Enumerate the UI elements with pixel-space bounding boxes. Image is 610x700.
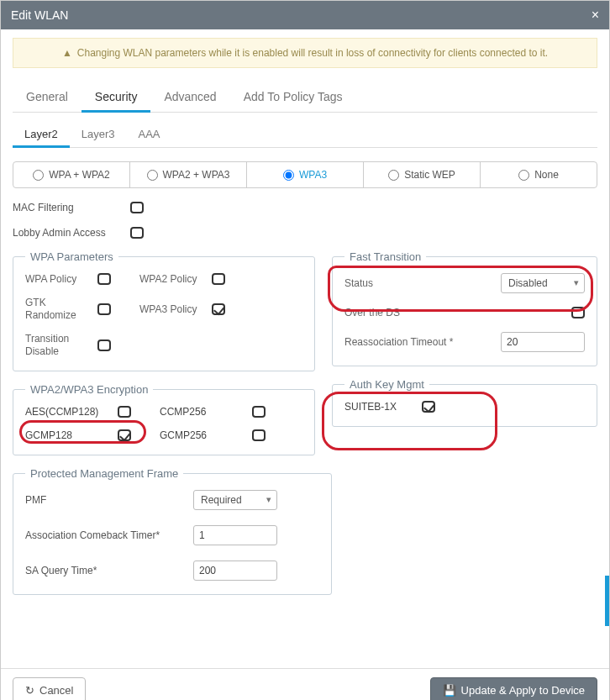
mode-wpa2-wpa3[interactable]: WPA2 + WPA3 <box>130 162 247 187</box>
mac-filtering-label: MAC Filtering <box>13 202 130 213</box>
dialog-footer: ↻ Cancel 💾 Update & Apply to Device <box>1 668 609 700</box>
security-subtabs: Layer2 Layer3 AAA <box>13 123 597 148</box>
undo-icon: ↻ <box>25 684 34 697</box>
wpa2-policy-label: WPA2 Policy <box>139 273 203 285</box>
reassoc-timeout-label: Reassociation Timeout * <box>344 336 453 348</box>
reassoc-timeout-input[interactable] <box>501 332 585 352</box>
subtab-layer2[interactable]: Layer2 <box>13 123 70 148</box>
encryption-legend: WPA2/WPA3 Encryption <box>25 383 153 396</box>
mac-filtering-row: MAC Filtering <box>13 202 597 213</box>
warning-banner: ▲Changing WLAN parameters while it is en… <box>13 38 597 68</box>
fast-transition-fieldset: Fast Transition Status Disabled Over the… <box>332 250 597 366</box>
tab-advanced[interactable]: Advanced <box>150 83 229 112</box>
gcmp256-label: GCMP256 <box>160 429 244 441</box>
wpa-parameters-fieldset: WPA Parameters WPA Policy WPA2 Policy GT… <box>13 250 315 371</box>
pmf-legend: Protected Management Frame <box>25 467 183 480</box>
apply-label: Update & Apply to Device <box>461 684 585 697</box>
ccmp256-checkbox[interactable] <box>252 406 266 418</box>
ft-status-select[interactable]: Disabled <box>501 273 585 293</box>
over-ds-checkbox[interactable] <box>571 307 585 318</box>
tab-policy-tags[interactable]: Add To Policy Tags <box>230 83 356 112</box>
ft-status-label: Status <box>344 277 373 289</box>
subtab-layer3[interactable]: Layer3 <box>70 123 127 147</box>
mode-wpa3[interactable]: WPA3 <box>247 162 364 187</box>
mode-none-radio[interactable] <box>518 170 529 181</box>
pmf-select[interactable]: Required <box>193 490 277 510</box>
security-mode-row: WPA + WPA2 WPA2 + WPA3 WPA3 Static WEP N… <box>13 161 597 188</box>
close-icon[interactable]: × <box>592 8 599 23</box>
mode-static-wep-radio[interactable] <box>388 170 399 181</box>
dialog-content: ▲Changing WLAN parameters while it is en… <box>1 29 609 668</box>
mode-wpa2-wpa3-radio[interactable] <box>147 170 158 181</box>
pmf-label: PMF <box>25 494 193 506</box>
cancel-button[interactable]: ↻ Cancel <box>13 677 86 700</box>
auth-key-mgmt-fieldset: Auth Key Mgmt SUITEB-1X <box>332 378 597 427</box>
gtk-randomize-label: GTK Randomize <box>25 297 89 321</box>
suiteb-1x-checkbox[interactable] <box>422 401 435 413</box>
encryption-fieldset: WPA2/WPA3 Encryption AES(CCMP128) CCMP25… <box>13 383 315 455</box>
sa-query-input[interactable] <box>193 561 277 581</box>
lobby-admin-checkbox[interactable] <box>130 227 144 239</box>
mode-wpa-wpa2-radio[interactable] <box>33 170 44 181</box>
scrollbar-accent <box>605 576 609 626</box>
main-tabs: General Security Advanced Add To Policy … <box>13 83 597 113</box>
lobby-admin-row: Lobby Admin Access <box>13 227 597 239</box>
warning-icon: ▲ <box>62 47 72 59</box>
apply-button[interactable]: 💾 Update & Apply to Device <box>430 677 597 700</box>
transition-disable-label: Transition Disable <box>25 333 89 357</box>
tab-security[interactable]: Security <box>82 83 151 113</box>
aes-ccmp128-checkbox[interactable] <box>118 406 131 418</box>
mode-none[interactable]: None <box>481 162 597 187</box>
mac-filtering-checkbox[interactable] <box>130 202 144 213</box>
sa-query-label: SA Query Time* <box>25 565 193 576</box>
wpa-parameters-legend: WPA Parameters <box>25 250 118 263</box>
pmf-fieldset: Protected Management Frame PMF Required … <box>13 467 332 595</box>
suiteb-1x-label: SUITEB-1X <box>344 401 397 413</box>
warning-text: Changing WLAN parameters while it is ena… <box>77 47 548 59</box>
mode-wpa-wpa2[interactable]: WPA + WPA2 <box>13 162 130 187</box>
wpa-policy-checkbox[interactable] <box>97 273 111 285</box>
gcmp256-checkbox[interactable] <box>252 429 266 441</box>
assoc-comeback-label: Association Comeback Timer* <box>25 529 193 541</box>
ccmp256-label: CCMP256 <box>160 406 244 418</box>
cancel-label: Cancel <box>39 684 73 697</box>
gcmp128-checkbox[interactable] <box>118 429 131 441</box>
dialog-title: Edit WLAN <box>11 8 68 22</box>
lobby-admin-label: Lobby Admin Access <box>13 227 130 239</box>
gcmp128-label: GCMP128 <box>25 429 109 441</box>
subtab-aaa[interactable]: AAA <box>127 123 172 147</box>
edit-wlan-dialog: Edit WLAN × ▲Changing WLAN parameters wh… <box>0 0 610 700</box>
dialog-titlebar: Edit WLAN × <box>1 1 609 29</box>
mode-wpa3-radio[interactable] <box>283 170 294 181</box>
wpa-policy-label: WPA Policy <box>25 273 89 285</box>
tab-general[interactable]: General <box>13 83 82 112</box>
auth-key-mgmt-legend: Auth Key Mgmt <box>344 378 429 391</box>
aes-ccmp128-label: AES(CCMP128) <box>25 406 109 418</box>
wpa3-policy-label: WPA3 Policy <box>139 303 203 315</box>
wpa2-policy-checkbox[interactable] <box>212 273 225 285</box>
over-ds-label: Over the DS <box>344 307 400 318</box>
transition-disable-checkbox[interactable] <box>97 339 111 351</box>
gtk-randomize-checkbox[interactable] <box>97 303 111 315</box>
fast-transition-legend: Fast Transition <box>344 250 426 263</box>
save-icon: 💾 <box>443 684 456 697</box>
wpa3-policy-checkbox[interactable] <box>212 303 225 315</box>
mode-static-wep[interactable]: Static WEP <box>364 162 481 187</box>
assoc-comeback-input[interactable] <box>193 525 277 545</box>
